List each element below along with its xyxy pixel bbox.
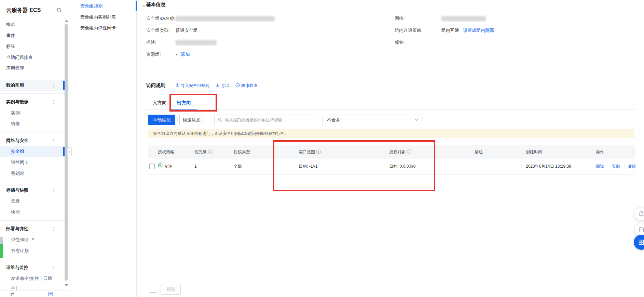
tab-inbound[interactable]: 入方向: [148, 97, 171, 110]
info-icon[interactable]: i: [208, 150, 213, 154]
rules-search-box: [214, 115, 316, 125]
header-target: 授权对象i: [389, 145, 475, 158]
search-icon[interactable]: [57, 8, 62, 13]
rules-search-input[interactable]: [225, 115, 314, 125]
created-at-value: 2023年6月14日 13:29:39: [526, 158, 571, 174]
manual-add-button[interactable]: 手动添加: [148, 115, 175, 125]
kebab-menu-icon[interactable]: ⋮: [51, 262, 56, 273]
grid-icon: [638, 239, 644, 245]
sidebar-group-ops-monitoring[interactable]: 运维与监控 ⋮: [0, 262, 69, 273]
divider: [0, 259, 69, 259]
subnav-item-instances-in-group[interactable]: 安全组内实例列表: [70, 12, 136, 23]
feedback-edge-tag[interactable]: [0, 237, 3, 258]
sidebar-item-label: 概览: [6, 22, 15, 27]
sidebar-item-label: 安全组: [11, 149, 24, 154]
kebab-menu-icon[interactable]: ⋮: [51, 223, 56, 234]
sidebar-collapse-handle[interactable]: ‹: [67, 147, 72, 156]
copy-rule-link[interactable]: 复制: [612, 158, 620, 174]
redacted-value: [176, 16, 275, 21]
header-policy: 授权策略: [158, 145, 194, 158]
import-rules-link[interactable]: 导入安全组规则: [175, 83, 209, 89]
chevron-down-icon[interactable]: [142, 3, 146, 8]
quick-add-button[interactable]: 快速添加: [179, 115, 204, 125]
kebab-menu-icon[interactable]: ⋮: [51, 185, 56, 196]
field-label: 描述:: [146, 39, 174, 46]
sidebar-item-label: 手）: [11, 285, 20, 290]
header-select-all: [148, 145, 158, 158]
sidebar-item-savings-plans[interactable]: 节省计划: [0, 245, 69, 256]
sidebar-group-label: 网络与安全: [6, 138, 28, 143]
select-all-checkbox[interactable]: [150, 287, 156, 293]
bulk-delete-button[interactable]: 删除: [161, 284, 181, 295]
basic-info-title: 基本信息: [146, 2, 165, 8]
primary-sidebar: 云服务器 ECS 概览 事件 标签 自助问题排查 应用管理 我的常用 ⋮ 实例与…: [0, 0, 69, 297]
sidebar-item-instances[interactable]: 实例: [0, 107, 69, 118]
sidebar-item-snapshots[interactable]: 快照: [0, 207, 69, 218]
edge-tag-top: [0, 237, 3, 244]
sidebar-item-enis[interactable]: 弹性网卡: [0, 157, 69, 168]
table-row: 允许 1 全部 目的: -1/-1 目的: 0.0.0.0/0 2023年6月1…: [148, 158, 635, 175]
sidebar-group-label: 运维与监控: [6, 265, 28, 270]
sidebar-item-images[interactable]: 镜像: [0, 118, 69, 129]
sidebar-item-troubleshoot[interactable]: 自助问题排查: [0, 52, 69, 63]
info-icon[interactable]: i: [316, 150, 321, 154]
kebab-menu-icon[interactable]: ⋮: [51, 80, 56, 91]
field-label: 网络:: [395, 15, 440, 22]
sidebar-item-auto-scaling[interactable]: 弹性伸缩: [0, 234, 69, 245]
health-check-link[interactable]: 健康检查: [235, 83, 258, 89]
cell-protocol: 全部: [234, 158, 299, 174]
header-port-range: 端口范围i: [299, 145, 389, 158]
info-icon[interactable]: i: [407, 150, 411, 154]
export-rules-link[interactable]: 导出: [216, 83, 229, 89]
sidebar-item-security-groups[interactable]: 安全组: [0, 146, 69, 157]
sidebar-item-app-management[interactable]: 应用管理: [0, 63, 69, 74]
tab-outbound[interactable]: 出方向: [171, 97, 197, 110]
sidebar-item-overview[interactable]: 概览: [0, 19, 69, 30]
merge-mode-select[interactable]: 不合并: [323, 115, 423, 125]
sidebar-group-favorites[interactable]: 我的常用 ⋮: [0, 80, 69, 91]
row-checkbox[interactable]: [149, 164, 155, 169]
edit-rule-link[interactable]: 编辑: [596, 158, 604, 174]
sidebar-item-disks[interactable]: 云盘: [0, 196, 69, 207]
form-icon: [638, 227, 644, 233]
kebab-menu-icon[interactable]: ⋮: [51, 96, 56, 107]
sidebar-group-instances-images[interactable]: 实例与镜像 ⋮: [0, 96, 69, 107]
field-value: -: [176, 52, 177, 57]
column-label: 授权策略: [158, 145, 174, 158]
sidebar-item-events[interactable]: 事件: [0, 30, 69, 41]
add-resource-group-link[interactable]: 添加: [181, 52, 190, 57]
sidebar-group-deployment-elasticity[interactable]: 部署与弹性 ⋮: [0, 223, 69, 234]
sidebar-group-storage-snapshots[interactable]: 存储与快照 ⋮: [0, 185, 69, 196]
sidebar-item-send-command[interactable]: 发送命令/文件（云助: [0, 273, 69, 284]
sidebar-item-label: 节省计划: [11, 248, 29, 253]
subnav-item-label: 安全组内弹性网卡: [80, 25, 116, 30]
field-intra-group-policy: 组内连通策略: 组内互通 设置成组内隔离: [395, 27, 494, 34]
field-value: 普通安全组: [176, 28, 198, 33]
sidebar-group-network-security[interactable]: 网络与安全 ⋮: [0, 135, 69, 146]
column-label: 创建时间: [526, 145, 542, 158]
scrollbar-down-arrow[interactable]: [65, 284, 68, 286]
field-label: 资源组:: [146, 51, 174, 57]
sidebar-item-key-pairs[interactable]: 密钥对: [0, 168, 69, 179]
field-network: 网络:: [395, 15, 486, 22]
panel-list-icon[interactable]: [49, 292, 53, 297]
edge-tag-bottom: [0, 244, 3, 258]
sidebar-group-label: 部署与弹性: [6, 226, 28, 231]
field-label: 组内连通策略:: [395, 27, 440, 34]
kebab-menu-icon[interactable]: ⋮: [51, 135, 56, 146]
set-isolation-link[interactable]: 设置成组内隔离: [463, 28, 494, 33]
field-description: 描述:: [146, 39, 217, 46]
field-label: 标签:: [395, 39, 440, 46]
divider: [145, 71, 635, 71]
health-check-icon: [235, 83, 240, 89]
subnav-item-enis-in-group[interactable]: 安全组内弹性网卡: [70, 23, 136, 34]
subnav-item-security-group-rules[interactable]: 安全组规则: [70, 1, 136, 12]
priority-value: 1: [194, 158, 197, 174]
sidebar-group-label: 实例与镜像: [6, 99, 28, 104]
column-label: 优先级: [194, 145, 207, 158]
divider: [0, 77, 69, 77]
delete-rule-link[interactable]: 删除: [628, 158, 635, 174]
scrollbar-up-arrow[interactable]: [65, 20, 68, 22]
switch-view-icon[interactable]: ⇄: [10, 291, 14, 297]
sidebar-item-tags[interactable]: 标签: [0, 41, 69, 52]
